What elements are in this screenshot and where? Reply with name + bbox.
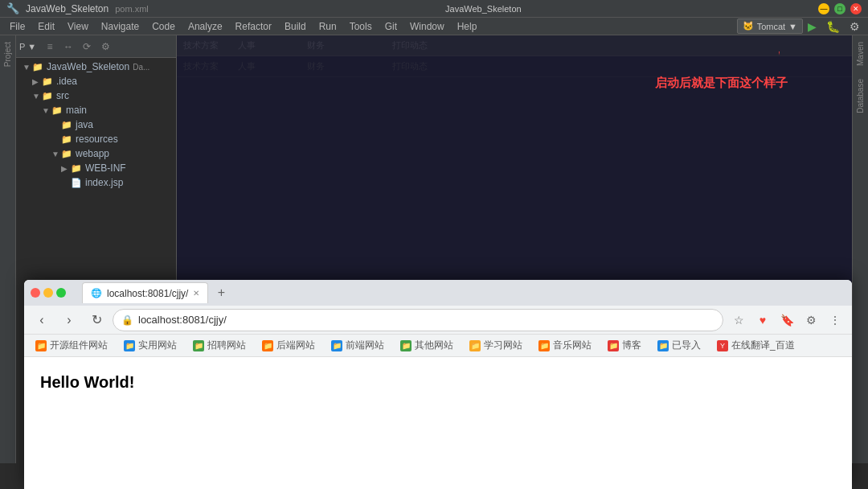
project-tab[interactable]: Project bbox=[1, 35, 14, 73]
tree-item-src[interactable]: ▼ 📁 src bbox=[16, 88, 176, 103]
debug-button[interactable]: 🐛 bbox=[821, 17, 845, 36]
folder-icon-webapp: 📁 bbox=[61, 149, 72, 159]
bookmark-9[interactable]: 📁 博客 bbox=[603, 337, 646, 354]
bookmark-label-7: 学习网站 bbox=[484, 339, 522, 352]
browser-minimize-btn[interactable] bbox=[43, 288, 53, 298]
app-title: JavaWeb_Skeleton bbox=[26, 3, 108, 14]
bookmark-8[interactable]: 📁 音乐网站 bbox=[534, 337, 596, 354]
minimize-button[interactable]: — bbox=[818, 3, 829, 14]
bookmark-10[interactable]: 📁 已导入 bbox=[653, 337, 706, 354]
menu-git[interactable]: Git bbox=[379, 19, 403, 34]
bookmark-label-6: 其他网站 bbox=[415, 339, 453, 352]
menu-analyze[interactable]: Analyze bbox=[182, 19, 229, 34]
forward-button[interactable]: › bbox=[58, 309, 80, 331]
menu-code[interactable]: Code bbox=[145, 19, 182, 34]
back-button[interactable]: ‹ bbox=[31, 309, 53, 331]
tree-expand-idea: ▶ bbox=[32, 77, 42, 86]
bookmark-icon-10: 📁 bbox=[657, 340, 669, 351]
bookmark-label-2: 实用网站 bbox=[138, 339, 177, 352]
browser-tab-close-btn[interactable]: ✕ bbox=[193, 289, 199, 298]
title-bar: 🔧 JavaWeb_Skeleton pom.xml JavaWeb_Skele… bbox=[0, 0, 868, 18]
tree-label-src: src bbox=[56, 90, 69, 101]
address-bar-container: 🔒 bbox=[113, 309, 723, 331]
folder-icon-main: 📁 bbox=[51, 105, 63, 116]
folder-icon-java: 📁 bbox=[61, 120, 72, 130]
tree-item-java[interactable]: 📁 java bbox=[16, 117, 176, 132]
tree-label-main: main bbox=[66, 105, 87, 116]
star-button[interactable]: ☆ bbox=[728, 310, 749, 331]
settings-icon-btn[interactable]: ⚙ bbox=[845, 17, 865, 36]
menu-tools[interactable]: Tools bbox=[343, 19, 379, 34]
bookmark-label-10: 已导入 bbox=[672, 339, 701, 352]
new-tab-button[interactable]: + bbox=[211, 283, 231, 302]
tree-label-root: JavaWeb_Skeleton bbox=[47, 61, 129, 72]
browser-tab-bar: 🌐 localhost:8081/cjjy/ ✕ + bbox=[24, 280, 852, 306]
database-tab[interactable]: Database bbox=[854, 72, 867, 120]
menu-view[interactable]: View bbox=[61, 19, 95, 34]
menu-run[interactable]: Run bbox=[313, 19, 343, 34]
tree-item-resources[interactable]: 📁 resources bbox=[16, 132, 176, 146]
tree-root[interactable]: ▼ 📁 JavaWeb_Skeleton Da... bbox=[16, 60, 176, 74]
tree-item-webapp[interactable]: ▼ 📁 webapp bbox=[16, 146, 176, 161]
address-bar[interactable] bbox=[138, 314, 714, 326]
menu-build[interactable]: Build bbox=[278, 19, 313, 34]
tree-item-webinf[interactable]: ▶ 📁 WEB-INF bbox=[16, 161, 176, 175]
run-config-selector[interactable]: 🐱 Tomcat ▼ bbox=[737, 18, 803, 34]
tree-label-webinf: WEB-INF bbox=[85, 162, 126, 174]
browser-tab-active[interactable]: 🌐 localhost:8081/cjjy/ ✕ bbox=[82, 282, 208, 303]
bookmark-5[interactable]: 📁 前端网站 bbox=[326, 337, 389, 354]
menu-help[interactable]: Help bbox=[451, 19, 484, 34]
panel-icon-btn-1[interactable]: ≡ bbox=[42, 39, 58, 55]
bookmark-11[interactable]: Y 在线翻译_百道 bbox=[712, 337, 800, 354]
panel-icon-btn-2[interactable]: ↔ bbox=[60, 39, 76, 55]
browser-maximize-btn[interactable] bbox=[56, 288, 66, 298]
menu-refactor[interactable]: Refactor bbox=[229, 19, 278, 34]
project-panel-toolbar: P ▼ ≡ ↔ ⟳ ⚙ bbox=[16, 35, 176, 58]
maximize-button[interactable]: □ bbox=[834, 3, 845, 14]
browser-tab-favicon: 🌐 bbox=[91, 288, 102, 298]
tree-expand-main: ▼ bbox=[42, 106, 51, 115]
tree-label-indexjsp: index.jsp bbox=[85, 177, 123, 188]
bookmark-7[interactable]: 📁 学习网站 bbox=[465, 337, 527, 354]
window-controls: — □ ✕ bbox=[818, 3, 862, 14]
browser-close-btn[interactable] bbox=[31, 288, 40, 298]
tomcat-icon: 🐱 bbox=[743, 21, 754, 31]
tree-item-indexjsp[interactable]: 📄 index.jsp bbox=[16, 175, 176, 190]
panel-icon-btn-4[interactable]: ⚙ bbox=[97, 39, 113, 55]
menu-edit[interactable]: Edit bbox=[31, 19, 61, 34]
app-subtitle: pom.xml bbox=[115, 4, 149, 14]
extension-btn-1[interactable]: ♥ bbox=[752, 310, 773, 331]
browser-nav-bar: ‹ › ↻ 🔒 ☆ ♥ 🔖 ⚙ ⋮ bbox=[24, 306, 852, 335]
close-button[interactable]: ✕ bbox=[850, 3, 862, 14]
menu-window[interactable]: Window bbox=[403, 19, 451, 34]
bookmark-icon-6: 📁 bbox=[400, 340, 411, 351]
run-button[interactable]: ▶ bbox=[803, 17, 821, 36]
menu-bar: File Edit View Navigate Code Analyze Ref… bbox=[0, 18, 868, 35]
maven-tab[interactable]: Maven bbox=[854, 35, 867, 72]
annotation-text: 启动后就是下面这个样子 bbox=[655, 76, 788, 91]
bookmark-2[interactable]: 📁 实用网站 bbox=[119, 337, 182, 354]
bookmark-label-1: 开源组件网站 bbox=[50, 339, 108, 352]
bookmark-3[interactable]: 📁 招聘网站 bbox=[188, 337, 251, 354]
hello-world-text: Hello World! bbox=[40, 373, 836, 392]
tree-item-idea[interactable]: ▶ 📁 .idea bbox=[16, 74, 176, 88]
bookmark-6[interactable]: 📁 其他网站 bbox=[395, 337, 458, 354]
reload-button[interactable]: ↻ bbox=[85, 309, 108, 331]
tree-label-webapp: webapp bbox=[76, 148, 109, 159]
bookmark-1[interactable]: 📁 开源组件网站 bbox=[31, 337, 113, 354]
bookmark-4[interactable]: 📁 后端网站 bbox=[257, 337, 320, 354]
browser-content: Hello World! bbox=[24, 357, 852, 489]
panel-icon-btn-3[interactable]: ⟳ bbox=[79, 39, 95, 55]
tree-expand-root: ▼ bbox=[23, 63, 32, 72]
menu-file[interactable]: File bbox=[3, 19, 31, 34]
bookmark-icon-8: 📁 bbox=[538, 340, 550, 351]
menu-dots-button[interactable]: ⋮ bbox=[825, 310, 845, 331]
tree-item-main[interactable]: ▼ 📁 main bbox=[16, 103, 176, 117]
extension-btn-2[interactable]: 🔖 bbox=[776, 310, 797, 331]
extension-btn-3[interactable]: ⚙ bbox=[800, 310, 821, 331]
run-config-label: Tomcat bbox=[757, 22, 785, 31]
bookmark-icon-5: 📁 bbox=[331, 340, 342, 351]
right-side-tabs: Maven Database bbox=[852, 35, 868, 463]
menu-navigate[interactable]: Navigate bbox=[95, 19, 145, 34]
bookmark-label-5: 前端网站 bbox=[346, 339, 384, 352]
